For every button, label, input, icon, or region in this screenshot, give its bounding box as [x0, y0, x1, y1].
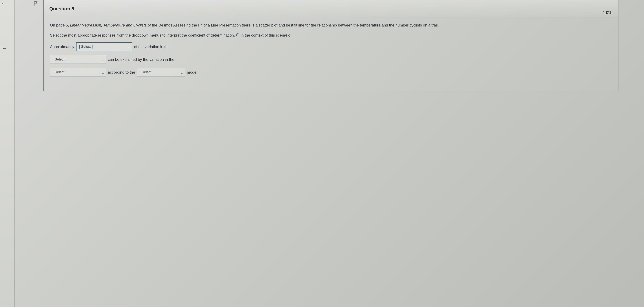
dropdown-2-label: [ Select ] [53, 57, 66, 62]
text-approximately: Approximately [50, 44, 74, 50]
dropdown-2[interactable]: [ Select ] [50, 55, 106, 64]
text-model: model. [187, 69, 198, 75]
question-points: 4 pts [603, 10, 612, 15]
sidebar-link-1[interactable]: ts [0, 1, 14, 5]
answer-line-2: [ Select ] can be explained by the varia… [50, 55, 612, 64]
chevron-down-icon [102, 71, 104, 73]
dropdown-1-label: [ Select ] [79, 44, 93, 49]
question-header: Question 5 4 pts [44, 0, 618, 17]
chevron-down-icon [128, 45, 130, 48]
dropdown-4[interactable]: [ Select ] [137, 68, 185, 76]
main-content: Question 5 4 pts On page 5, Linear Regre… [15, 0, 644, 307]
answer-line-1: Approximately [ Select ] of the variatio… [50, 42, 612, 51]
answer-block: Approximately [ Select ] of the variatio… [50, 42, 612, 76]
sidebar: ts rces [0, 0, 15, 307]
chevron-down-icon [102, 58, 104, 60]
dropdown-4-label: [ Select ] [140, 69, 154, 75]
dropdown-3[interactable]: [ Select ] [50, 68, 106, 76]
question-title: Question 5 [49, 6, 74, 11]
chevron-down-icon [181, 71, 183, 73]
question-body: On page 5, Linear Regression, Temperatur… [44, 17, 618, 91]
dropdown-3-label: [ Select ] [53, 69, 66, 75]
flag-question-icon[interactable] [34, 1, 38, 7]
sidebar-link-2[interactable]: rces [0, 47, 14, 50]
answer-line-3: [ Select ] according to the [ Select ] m… [50, 68, 612, 76]
question-paragraph-2: Select the most appropriate responses fr… [50, 32, 612, 38]
question-card: Question 5 4 pts On page 5, Linear Regre… [44, 0, 618, 91]
text-can-be-explained: can be explained by the variation in the [108, 56, 174, 62]
text-of-the-variation: of the variation in the [134, 44, 170, 50]
text-according-to-the: according to the [108, 69, 135, 75]
dropdown-1[interactable]: [ Select ] [76, 42, 132, 51]
question-paragraph-1: On page 5, Linear Regression, Temperatur… [50, 22, 612, 28]
